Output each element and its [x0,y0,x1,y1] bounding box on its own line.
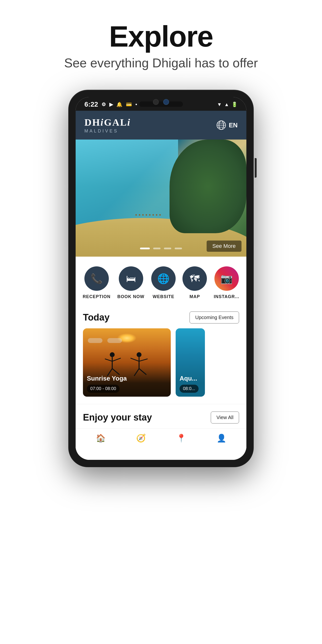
language-label: EN [229,122,238,129]
svg-line-7 [105,359,112,361]
wifi-icon: ▼ [217,102,222,107]
status-right: ▼ ▲ 🔋 [217,102,238,107]
yoga-event-info: Sunrise Yoga 07:00 - 08:00 [83,371,171,397]
page-subtitle: See everything Dhigali has to offer [64,56,258,70]
wallet-icon: 💳 [126,102,132,107]
website-button[interactable]: 🌐 [151,266,176,291]
phone-frame: 6:22 ⚙ ▶ 🔔 💳 • ▼ ▲ 🔋 DHiGALi MALDIVES [68,90,254,467]
phone-screen: 6:22 ⚙ ▶ 🔔 💳 • ▼ ▲ 🔋 DHiGALi MALDIVES [76,97,246,460]
reception-label: RECEPTION [83,294,110,299]
dot-icon: • [136,102,137,107]
svg-line-13 [130,358,139,361]
website-label: WEBSITE [153,294,174,299]
see-more-button[interactable]: See More [206,240,242,252]
settings-icon: ⚙ [102,102,106,107]
yoga-event-name: Sunrise Yoga [87,375,167,382]
events-scroll: Sunrise Yoga 07:00 - 08:00 Aqu... 08:0..… [76,328,246,404]
svg-point-5 [110,352,115,357]
battery-icon: 🔋 [232,102,238,107]
action-book: 🛏 BOOK NOW [117,266,144,299]
action-instagram: 📷 INSTAGR... [214,266,239,299]
logo-text: DHiGALi [84,116,131,128]
today-title: Today [83,312,110,323]
app-content: 📞 RECEPTION 🛏 BOOK NOW 🌐 WEBSITE [76,256,246,460]
tree-area [170,140,246,233]
book-now-button[interactable]: 🛏 [119,266,143,291]
map-button[interactable]: 🗺 [182,266,207,291]
instagram-label: INSTAGR... [214,294,239,299]
carousel-dot-3[interactable] [164,248,171,249]
camera-dot-left [153,99,159,105]
camera-dot-main [163,99,169,105]
aqua-event-time: 08:0... [180,385,198,393]
reception-button[interactable]: 📞 [84,266,109,291]
upcoming-events-button[interactable]: Upcoming Events [190,312,239,324]
action-reception: 📞 RECEPTION [83,266,110,299]
signal-icon: ▲ [224,102,229,107]
carousel-dot-2[interactable] [153,248,160,249]
dhigali-logo: DHiGALi MALDIVES [84,116,131,134]
logo-subtext: MALDIVES [84,128,131,134]
website-icon: 🌐 [157,273,170,284]
page-header: Explore See everything Dhigali has to of… [54,0,268,80]
play-icon: ▶ [109,102,113,107]
event-card-aqua[interactable]: Aqu... 08:0... [176,328,205,397]
action-map: 🗺 MAP [182,266,207,299]
app-header: DHiGALi MALDIVES EN [76,111,246,140]
instagram-button[interactable]: 📷 [214,266,239,291]
bed-icon: 🛏 [126,273,136,284]
map-icon: 🗺 [190,273,200,284]
hero-image [76,140,246,256]
phone-icon: 📞 [90,273,103,284]
home-icon: 🏠 [96,434,106,443]
nav-map[interactable]: 📍 [176,434,186,443]
enjoy-title: Enjoy your stay [83,412,152,423]
event-card-yoga[interactable]: Sunrise Yoga 07:00 - 08:00 [83,328,171,397]
nav-profile[interactable]: 👤 [216,434,226,443]
carousel-dot-4[interactable] [175,248,182,249]
instagram-icon: 📷 [220,273,233,284]
view-all-button[interactable]: View All [211,412,239,424]
aqua-event-name: Aqu... [180,375,201,382]
beach-chairs [136,214,161,216]
yoga-event-time: 07:00 - 08:00 [87,385,120,393]
location-icon: 📍 [176,434,186,443]
nav-explore[interactable]: 🧭 [136,434,146,443]
action-website: 🌐 WEBSITE [151,266,176,299]
phone-cameras [153,99,169,105]
svg-line-14 [139,359,148,361]
svg-point-11 [136,352,142,357]
map-label: MAP [190,294,200,299]
bottom-nav: 🏠 🧭 📍 👤 [76,428,246,450]
status-left: 6:22 ⚙ ▶ 🔔 💳 • [84,100,137,108]
profile-icon: 👤 [216,434,226,443]
book-now-label: BOOK NOW [117,294,144,299]
compass-icon: 🧭 [136,434,146,443]
enjoy-section-header: Enjoy your stay View All [76,407,246,428]
svg-line-8 [112,358,121,361]
carousel-dot-1[interactable] [140,248,150,249]
page-title: Explore [64,20,258,53]
language-selector[interactable]: EN [216,120,238,130]
nav-home[interactable]: 🏠 [96,434,106,443]
status-time: 6:22 [84,100,98,108]
today-section-header: Today Upcoming Events [76,307,246,328]
globe-icon [216,120,226,130]
clouds [83,338,171,343]
hero-area: See More [76,140,246,256]
bell-icon: 🔔 [116,102,122,107]
quick-actions: 📞 RECEPTION 🛏 BOOK NOW 🌐 WEBSITE [76,256,246,307]
aqua-event-info: Aqu... 08:0... [176,371,205,397]
carousel-dots [140,248,182,249]
power-button [255,158,256,178]
enjoy-section: Enjoy your stay View All 🏠 🧭 📍 👤 [76,404,246,450]
